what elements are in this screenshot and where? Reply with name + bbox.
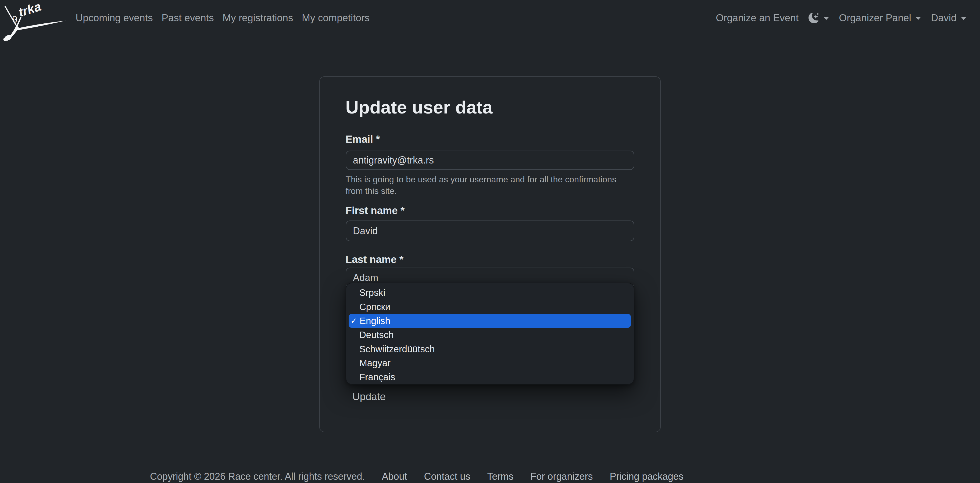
theme-toggle-dropdown[interactable]	[804, 13, 834, 23]
trka-logo[interactable]: 9 trka	[2, 2, 67, 42]
nav-organize-event[interactable]: Organize an Event	[711, 12, 804, 24]
email-label: Email *	[346, 134, 380, 145]
user-menu-dropdown[interactable]: David	[926, 12, 971, 24]
language-option[interactable]: Schwiitzerdüütsch	[346, 342, 634, 356]
organizer-panel-dropdown[interactable]: Organizer Panel	[834, 12, 926, 24]
navbar-right: Organize an Event Organizer Panel David	[711, 12, 980, 24]
page-title: Update user data	[346, 97, 493, 117]
footer: Copyright © 2026 Race center. All rights…	[0, 471, 980, 482]
language-option[interactable]: Français	[346, 370, 634, 384]
page: 9 trka Upcoming events Past events My re…	[0, 0, 980, 483]
last-name-label: Last name *	[346, 254, 403, 265]
user-menu-label: David	[931, 12, 957, 24]
checkmark-icon: ✓	[350, 316, 357, 325]
nav-my-competitors[interactable]: My competitors	[298, 12, 374, 24]
svg-text:trka: trka	[17, 0, 43, 19]
email-help-text: This is going to be used as your usernam…	[346, 174, 628, 197]
moon-stars-icon	[808, 13, 819, 23]
footer-link-pricing-packages[interactable]: Pricing packages	[609, 471, 683, 482]
language-option[interactable]: Srpski	[346, 285, 634, 300]
email-field[interactable]	[346, 151, 634, 170]
language-option[interactable]: Српски	[346, 300, 634, 314]
update-button[interactable]: Update	[352, 391, 386, 403]
chevron-down-icon	[915, 17, 921, 20]
footer-link-about[interactable]: About	[382, 471, 407, 482]
language-option[interactable]: Deutsch	[346, 328, 634, 342]
first-name-label: First name *	[346, 205, 405, 216]
svg-text:9: 9	[11, 13, 19, 25]
nav-past-events[interactable]: Past events	[157, 12, 218, 24]
first-name-field[interactable]	[346, 220, 634, 241]
footer-link-terms[interactable]: Terms	[487, 471, 513, 482]
footer-link-contact-us[interactable]: Contact us	[424, 471, 470, 482]
copyright-text: Copyright © 2026 Race center. All rights…	[150, 471, 365, 482]
navbar: 9 trka Upcoming events Past events My re…	[0, 0, 980, 36]
organizer-panel-label: Organizer Panel	[839, 12, 911, 24]
language-option-label: English	[360, 316, 390, 326]
nav-my-registrations[interactable]: My registrations	[218, 12, 298, 24]
language-option-selected[interactable]: ✓ English	[348, 314, 631, 328]
chevron-down-icon	[824, 17, 829, 20]
language-option[interactable]: Magyar	[346, 356, 634, 370]
primary-nav: Upcoming events Past events My registrat…	[71, 12, 374, 24]
language-select-popup: Srpski Српски ✓ English Deutsch Schwiitz…	[346, 283, 634, 384]
chevron-down-icon	[961, 17, 966, 20]
footer-link-for-organizers[interactable]: For organizers	[530, 471, 593, 482]
nav-upcoming-events[interactable]: Upcoming events	[71, 12, 157, 24]
